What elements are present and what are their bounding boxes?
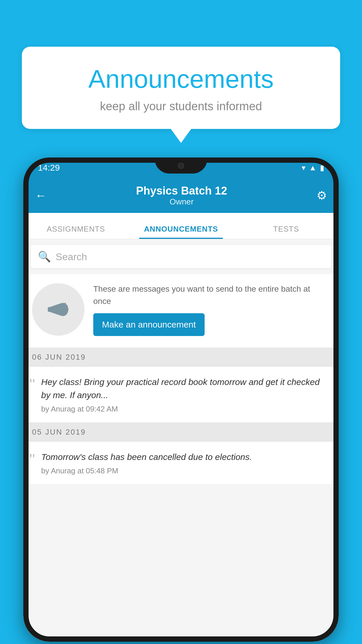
front-camera: [178, 162, 184, 169]
page-title: Announcements: [34, 64, 328, 94]
announcement-meta-1: by Anurag at 09:42 AM: [41, 405, 330, 414]
announcement-item-1[interactable]: " Hey class! Bring your practical record…: [23, 367, 339, 423]
promo-description: These are messages you want to send to t…: [93, 283, 330, 307]
battery-icon: ▮: [320, 163, 324, 172]
status-time: 14:29: [38, 163, 60, 173]
search-icon: 🔍: [38, 251, 51, 263]
announcement-message-1: Hey class! Bring your practical record b…: [41, 375, 330, 402]
search-placeholder: Search: [56, 251, 87, 262]
announcement-text-2: Tomorrow's class has been cancelled due …: [41, 450, 330, 475]
app-header: ← Physics Batch 12 Owner ⚙: [23, 178, 339, 213]
page-subtitle: keep all your students informed: [34, 100, 328, 113]
promo-card: These are messages you want to send to t…: [23, 274, 339, 348]
phone-notch: [155, 158, 207, 174]
search-bar[interactable]: 🔍 Search: [31, 245, 331, 268]
status-icons: ▾ ▲ ▮: [302, 163, 324, 172]
batch-role: Owner: [136, 197, 227, 206]
settings-button[interactable]: ⚙: [317, 189, 327, 202]
header-title-group: Physics Batch 12 Owner: [136, 185, 227, 206]
svg-marker-0: [50, 304, 60, 315]
content-area: 🔍 Search: [23, 239, 339, 642]
date-separator-1: 06 JUN 2019: [23, 348, 339, 367]
tab-announcements[interactable]: ANNOUNCEMENTS: [129, 225, 234, 239]
signal-icon: ▲: [309, 163, 317, 172]
announcement-item-2[interactable]: " Tomorrow's class has been cancelled du…: [23, 442, 339, 484]
promo-icon-circle: [32, 283, 85, 336]
quote-icon-2: ": [29, 452, 35, 467]
phone-frame: 14:29 ▾ ▲ ▮ ← Physics Batch 12 Owner ⚙ A…: [23, 158, 339, 642]
make-announcement-button[interactable]: Make an announcement: [93, 313, 205, 336]
date-separator-2: 05 JUN 2019: [23, 423, 339, 442]
quote-icon-1: ": [29, 377, 35, 392]
svg-line-2: [65, 303, 66, 304]
promo-text-group: These are messages you want to send to t…: [93, 283, 330, 336]
announcement-message-2: Tomorrow's class has been cancelled due …: [41, 450, 330, 463]
tab-tests[interactable]: TESTS: [233, 225, 339, 239]
wifi-icon: ▾: [302, 163, 305, 172]
tabs-bar: ASSIGNMENTS ANNOUNCEMENTS TESTS: [23, 213, 339, 239]
announcement-meta-2: by Anurag at 05:48 PM: [41, 466, 330, 475]
back-button[interactable]: ←: [35, 189, 47, 202]
tab-assignments[interactable]: ASSIGNMENTS: [23, 225, 129, 239]
svg-rect-1: [48, 307, 50, 312]
megaphone-icon: [44, 295, 73, 324]
batch-title: Physics Batch 12: [136, 185, 227, 197]
announcement-text-1: Hey class! Bring your practical record b…: [41, 375, 330, 414]
speech-bubble: Announcements keep all your students inf…: [22, 47, 340, 129]
